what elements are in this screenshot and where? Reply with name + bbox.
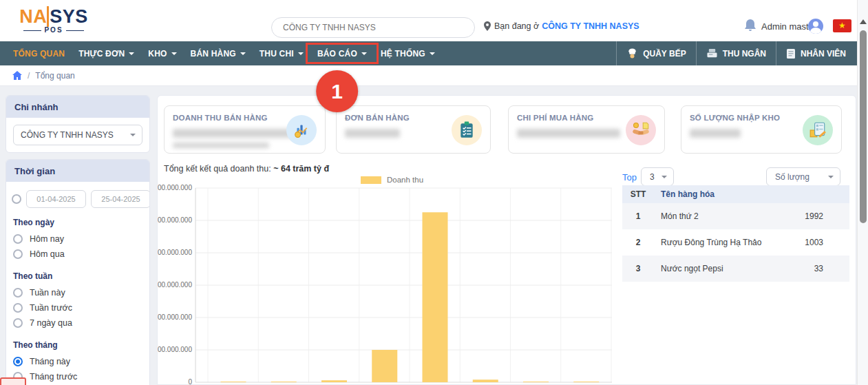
top-count-select[interactable]: 3: [641, 167, 674, 186]
custom-date-range: [6, 182, 149, 208]
location-pin-icon: [483, 21, 491, 31]
logo-text-sys: SYS: [47, 6, 88, 27]
hidden-value: [517, 129, 620, 138]
radio-option-tuan-nay[interactable]: Tuần này: [13, 285, 149, 300]
stat-card-purchase-cost: CHI PHÍ MUA HÀNG: [508, 105, 665, 154]
nav-item-bao-cao[interactable]: BÁO CÁO 1: [310, 41, 374, 65]
chevron-down-icon: [171, 52, 177, 55]
stat-card-orders: ĐƠN BÁN HÀNG: [336, 105, 491, 154]
scrollbar-thumb[interactable]: [860, 30, 867, 223]
time-group-theo-tuan: Theo tuần Tuần này Tuần trước 7 ngày qua: [13, 271, 149, 331]
main-nav: TỔNG QUAN THỰC ĐƠN KHO BÁN HÀNG THU CHI …: [0, 41, 857, 65]
radio-option-hom-nay[interactable]: Hôm nay: [13, 231, 149, 247]
breadcrumb-separator: /: [28, 71, 30, 81]
home-icon[interactable]: [12, 71, 22, 80]
stat-card-revenue: DOANH THU BÁN HÀNG: [164, 105, 326, 154]
pos-dashboard: NASYS POS Bạn đang ở CÔNG TY TNHH NASYS …: [0, 0, 868, 385]
warehouse-clipboard-icon: [803, 115, 833, 145]
table-row[interactable]: 3 Nước ngọt Pepsi 33: [622, 256, 849, 282]
chevron-down-icon: [240, 52, 246, 55]
cashier-button[interactable]: THU NGÂN: [696, 41, 776, 65]
svg-text:10.000.000.000: 10.000.000.000: [158, 346, 192, 353]
radio-option-tuan-truoc[interactable]: Tuần trước: [13, 300, 149, 315]
revenue-bar-chart: Doanh thu 60.000.000.00050.000.000.00040…: [158, 173, 634, 385]
nav-item-tong-quan[interactable]: TỔNG QUAN: [6, 41, 72, 65]
chevron-down-icon: [129, 52, 134, 55]
branch-select[interactable]: CÔNG TY TNHH NASYS: [13, 125, 142, 145]
time-group-theo-ngay: Theo ngày Hôm nay Hôm qua: [13, 218, 149, 262]
table-row[interactable]: 2 Rượu Đông Trùng Hạ Thảo 1003: [622, 229, 849, 256]
nav-item-thuc-don[interactable]: THỰC ĐƠN: [72, 41, 141, 65]
hidden-value: [173, 129, 301, 138]
chevron-down-icon: [130, 134, 136, 136]
svg-text:0: 0: [188, 378, 192, 385]
chevron-down-icon: [298, 52, 304, 55]
nasys-logo[interactable]: NASYS POS: [12, 7, 95, 34]
nav-item-ban-hang[interactable]: BÁN HÀNG: [184, 41, 253, 65]
chevron-down-icon: [661, 176, 667, 178]
time-group-theo-thang: Theo tháng Tháng này Tháng trước 30 ngày…: [13, 340, 149, 385]
radio-option-thang-truoc[interactable]: Tháng trước: [13, 369, 149, 384]
table-header-row: STT Tên hàng hóa: [622, 185, 849, 203]
date-to-input[interactable]: [91, 190, 150, 208]
table-row[interactable]: 1 Món thứ 2 1992: [622, 203, 849, 229]
radio-icon: [13, 303, 23, 313]
scrollbar-up-arrow[interactable]: [860, 19, 867, 24]
location-prefix: Bạn đang ở: [494, 21, 539, 31]
handshake-icon: [626, 115, 656, 145]
svg-text:30.000.000.000: 30.000.000.000: [158, 281, 192, 289]
legend-label: Doanh thu: [387, 176, 423, 184]
staff-badge-icon: [786, 48, 796, 59]
radio-option-hom-qua[interactable]: Hôm qua: [13, 247, 149, 262]
top-products-table: STT Tên hàng hóa 1 Món thứ 2 1992 2 Rượu…: [622, 185, 849, 282]
svg-text:20.000.000.000: 20.000.000.000: [158, 313, 192, 321]
bell-icon[interactable]: [743, 18, 757, 33]
sort-by-select[interactable]: Số lượng: [766, 167, 840, 186]
branch-panel-title: Chi nhánh: [6, 96, 149, 118]
annotation-step-badge: 1: [316, 70, 358, 112]
cash-register-icon: [706, 48, 718, 59]
company-search-input[interactable]: [271, 17, 475, 38]
nav-item-thu-chi[interactable]: THU CHI: [253, 41, 310, 65]
bar-chart-canvas: 60.000.000.00050.000.000.00040.000.000.0…: [158, 173, 634, 385]
current-location[interactable]: Bạn đang ở CÔNG TY TNHH NASYS: [483, 21, 639, 31]
vertical-scrollbar: [857, 0, 868, 385]
hidden-value: [690, 129, 741, 138]
chef-hat-icon: [626, 48, 638, 59]
floating-widget[interactable]: [0, 377, 26, 385]
radio-option-7-ngay-qua[interactable]: 7 ngày qua: [13, 315, 149, 331]
breadcrumb-current: Tổng quan: [35, 71, 74, 81]
location-company-link[interactable]: CÔNG TY TNHH NASYS: [542, 21, 639, 31]
dashboard-main: DOANH THU BÁN HÀNG ĐƠN BÁN HÀNG CHI PHÍ …: [157, 95, 856, 385]
radio-icon: [13, 288, 23, 298]
chart-legend: Doanh thu: [361, 176, 423, 184]
app-header: NASYS POS Bạn đang ở CÔNG TY TNHH NASYS …: [0, 0, 868, 41]
svg-text:60.000.000.000: 60.000.000.000: [158, 184, 192, 191]
revenue-bars-coin-icon: [286, 115, 317, 145]
svg-text:50.000.000.000: 50.000.000.000: [158, 216, 192, 224]
avatar[interactable]: [808, 19, 823, 34]
chevron-down-icon: [430, 52, 435, 55]
chart-title: Tổng kết kết quả doanh thu: ~ 64 trăm tỷ…: [164, 164, 329, 174]
radio-option-thang-nay[interactable]: Tháng này: [13, 354, 149, 369]
top-label: Top: [622, 172, 637, 183]
date-from-input[interactable]: [26, 190, 86, 208]
hidden-value: [173, 143, 269, 148]
vietnam-flag-icon[interactable]: ★: [833, 19, 851, 32]
annotation-highlight-box: [306, 43, 379, 64]
hidden-value: [345, 129, 400, 138]
branch-panel: Chi nhánh CÔNG TY TNHH NASYS: [6, 95, 150, 153]
legend-swatch: [361, 176, 381, 184]
time-panel-title: Thời gian: [6, 160, 149, 182]
nav-item-he-thong[interactable]: HỆ THỐNG: [374, 41, 442, 65]
nav-item-kho[interactable]: KHO: [141, 41, 183, 65]
kitchen-counter-button[interactable]: QUẦY BẾP: [616, 41, 695, 65]
svg-text:40.000.000.000: 40.000.000.000: [158, 249, 192, 256]
chevron-down-icon: [828, 176, 834, 178]
radio-icon: [13, 234, 23, 244]
chart-title-value: ~ 64 trăm tỷ đ: [273, 164, 329, 174]
custom-range-radio[interactable]: [12, 194, 21, 204]
staff-button[interactable]: NHÂN VIÊN: [776, 41, 856, 65]
order-clipboard-icon: [452, 115, 482, 145]
radio-icon: [13, 318, 23, 328]
